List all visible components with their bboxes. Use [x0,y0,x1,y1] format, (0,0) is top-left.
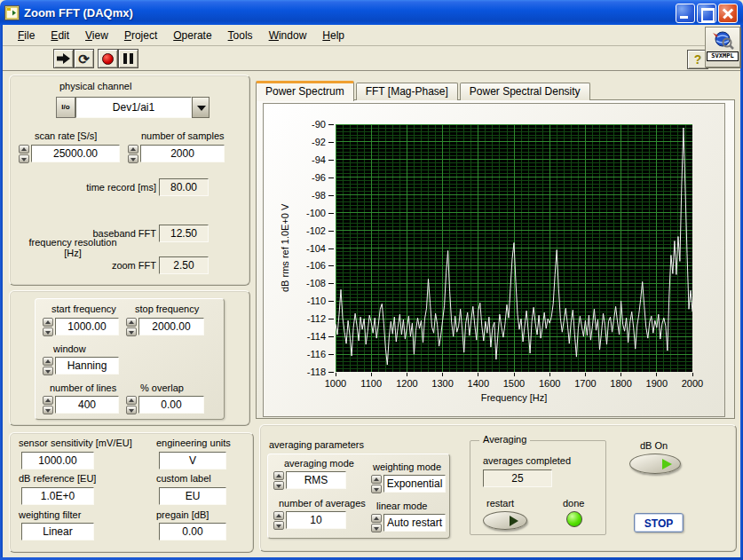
menu-file[interactable]: File [10,28,43,43]
x-axis-label: Frequency [Hz] [336,392,692,403]
zoom-fft-indicator: 2.50 [159,256,209,274]
weighting-filter-input[interactable]: Linear [21,523,94,540]
menu-tools[interactable]: Tools [220,28,261,43]
db-reference-label: dB reference [EU] [19,473,96,484]
y-tick-mark [328,142,334,143]
averaging-mode-label: averaging mode [284,458,354,469]
x-tick-label: 2000 [670,378,715,389]
custom-label-label: custom label [156,473,211,484]
db-reference-input[interactable]: 1.0E+0 [21,487,94,505]
y-tick-label: -94 [264,154,326,166]
y-tick-label: -90 [264,118,326,130]
menu-view[interactable]: View [77,28,116,43]
pause-button[interactable] [118,49,138,68]
y-tick-mark [328,124,334,125]
power-spectrum-tab-page: dB rms ref 1.0E+0 V -90-92-94-96-98-100-… [256,99,735,419]
y-tick-label: -104 [264,242,326,255]
averaging-panel: averaging parameters averaging mode RMS … [259,424,737,552]
y-tick-mark [328,195,334,196]
percent-overlap-spinner[interactable] [126,396,138,415]
y-tick-label: -106 [264,259,326,272]
x-tick-mark [514,373,515,376]
db-on-button[interactable] [629,454,681,474]
tab-fft-mag-phase[interactable]: FFT [Mag-Phase] [356,83,458,100]
menu-edit[interactable]: Edit [43,28,77,43]
averaging-mode-input[interactable]: RMS [286,471,346,489]
number-of-samples-spinner[interactable] [128,145,139,164]
tab-power-spectrum[interactable]: Power Spectrum [256,81,354,101]
baseband-fft-indicator: 12.50 [159,225,209,242]
y-tick-mark [328,265,334,266]
number-of-averages-label: number of averages [279,498,366,509]
weighting-mode-spinner[interactable] [371,475,383,494]
title-bar[interactable]: Zoom FFT (DAQmx) [0,0,743,25]
menu-project[interactable]: Project [116,28,165,43]
y-tick-mark [328,231,334,232]
menu-operate[interactable]: Operate [165,28,219,43]
pregain-label: pregain [dB] [156,509,209,520]
restart-button[interactable] [483,511,527,530]
dropdown-arrow-icon[interactable] [192,97,209,118]
x-tick-mark [478,373,478,376]
stop-button[interactable]: STOP [634,513,684,532]
linear-mode-spinner[interactable] [371,514,383,533]
scan-rate-input[interactable]: 25000.00 [31,145,120,162]
io-terminal-icon: I/o [56,97,75,118]
menu-window[interactable]: Window [261,28,315,43]
start-frequency-spinner[interactable] [43,318,54,337]
menu-help[interactable]: Help [314,28,352,43]
y-tick-label: -102 [264,225,326,237]
y-tick-mark [328,301,334,302]
physical-channel-combo[interactable]: Dev1/ai1 [75,97,192,118]
x-tick-mark [371,373,372,376]
spectrum-plot [336,124,692,372]
plot-area[interactable] [336,124,692,372]
averaging-parameters-title: averaging parameters [269,439,364,450]
run-continuously-button[interactable]: ⟳ [74,49,94,68]
scan-rate-label: scan rate [S/s] [35,130,97,141]
y-tick-mark [328,336,334,337]
close-button[interactable] [718,4,738,23]
y-tick-mark [328,213,334,214]
graph-tab-bar: Power Spectrum FFT [Mag-Phase] Power Spe… [256,80,592,100]
abort-button[interactable] [98,49,118,68]
engineering-units-input[interactable]: V [159,452,226,469]
custom-label-input[interactable]: EU [159,487,226,505]
minimize-button[interactable] [676,4,695,23]
number-of-averages-spinner[interactable] [273,511,285,531]
window-spinner[interactable] [43,357,54,376]
pause-icon [123,53,133,64]
number-of-lines-input[interactable]: 400 [55,396,119,414]
tab-power-spectral-density[interactable]: Power Spectral Density [460,83,590,100]
db-on-label: dB On [640,440,668,451]
window-input[interactable]: Hanning [55,357,119,375]
percent-overlap-input[interactable]: 0.00 [138,396,204,414]
sensor-sensitivity-label: sensor sensitivity [mV/EU] [19,438,132,448]
run-button[interactable] [53,49,74,68]
x-tick-mark [336,373,336,376]
power-spectrum-graph[interactable]: dB rms ref 1.0E+0 V -90-92-94-96-98-100-… [263,103,725,417]
start-frequency-input[interactable]: 1000.00 [55,318,119,335]
weighting-mode-input[interactable]: Exponential [383,475,446,493]
number-of-lines-label: number of lines [50,383,116,393]
x-tick-mark [620,373,621,376]
averages-completed-indicator: 25 [483,469,552,487]
x-tick-mark [442,373,443,376]
stop-frequency-input[interactable]: 2000.00 [138,318,204,335]
stop-frequency-spinner[interactable] [126,318,138,337]
averaging-mode-spinner[interactable] [273,471,285,491]
pregain-input[interactable]: 0.00 [159,523,226,540]
linear-mode-label: linear mode [376,501,427,511]
number-of-lines-spinner[interactable] [43,396,54,415]
number-of-averages-input[interactable]: 10 [286,511,346,529]
zoom-settings-box: start frequency 1000.00 stop frequency 2… [35,298,225,420]
sensor-sensitivity-input[interactable]: 1000.00 [21,452,94,469]
maximize-button[interactable] [697,4,716,23]
abort-icon [102,53,114,65]
averaging-status-group: Averaging averages completed 25 restart … [470,440,606,535]
svxmpl-icon [711,29,734,51]
number-of-samples-input[interactable]: 2000 [140,145,225,162]
scan-rate-spinner[interactable] [19,145,30,164]
vi-icon-badge: SVXMPL [705,27,740,67]
linear-mode-input[interactable]: Auto restart [383,514,446,532]
